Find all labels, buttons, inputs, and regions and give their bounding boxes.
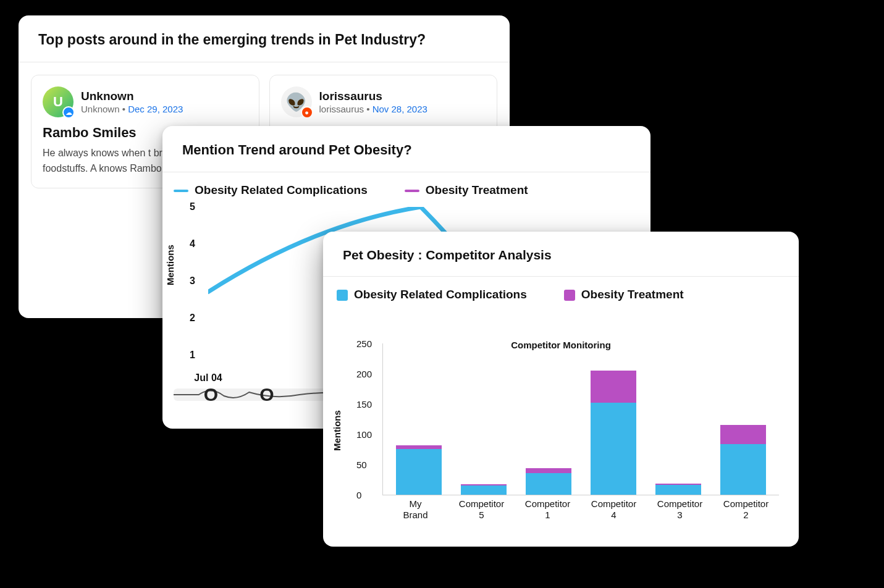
- y-tick: 250: [356, 338, 372, 349]
- brush-handle-right[interactable]: O: [259, 384, 274, 405]
- bar-segment-complications: [591, 403, 636, 495]
- post-author-name: Unknown: [81, 90, 183, 104]
- y-axis-title: Mentions: [332, 410, 342, 451]
- y-tick: 0: [356, 490, 361, 500]
- bar-column[interactable]: [387, 343, 452, 495]
- y-tick: 4: [190, 238, 195, 250]
- legend-swatch-icon: [174, 190, 188, 192]
- x-tick: MyBrand: [382, 498, 448, 522]
- post-author-handle: Unknown: [81, 104, 120, 114]
- y-tick: 100: [356, 429, 372, 440]
- y-tick: 50: [356, 460, 367, 470]
- legend-item[interactable]: Obesity Treatment: [564, 288, 684, 301]
- comp-bar-chart: Mentions 250200150100500 MyBrandCompetit…: [337, 340, 785, 525]
- bar-segment-complications: [720, 444, 766, 495]
- x-tick: Competitor1: [515, 498, 581, 522]
- trend-legend: Obesity Related Complications Obesity Tr…: [162, 172, 650, 200]
- legend-item[interactable]: Obesity Related Complications: [174, 183, 368, 197]
- y-axis-title: Mentions: [165, 245, 175, 285]
- post-author-handle: lorissaurus: [319, 104, 364, 114]
- y-tick: 5: [190, 201, 195, 212]
- avatar[interactable]: U ☁: [43, 86, 74, 117]
- bar-plot-area: [382, 343, 779, 495]
- post-date[interactable]: Nov 28, 2023: [373, 104, 427, 114]
- cloud-badge-icon: ☁: [62, 106, 75, 119]
- post-author-name: lorissaurus: [319, 90, 427, 104]
- legend-swatch-icon: [405, 190, 419, 192]
- post-date[interactable]: Dec 29, 2023: [128, 104, 183, 114]
- bar-segment-complications: [461, 485, 507, 495]
- x-tick: Competitor4: [581, 498, 647, 522]
- legend-item[interactable]: Obesity Related Complications: [337, 288, 527, 301]
- top-posts-title: Top posts around in the emerging trends …: [19, 15, 510, 62]
- legend-swatch-icon: [337, 290, 348, 301]
- mention-trend-title: Mention Trend around Pet Obesity?: [162, 126, 650, 172]
- x-tick: Competitor5: [448, 498, 515, 522]
- y-tick: 1: [190, 350, 195, 361]
- y-tick: 200: [356, 369, 372, 379]
- bar-column[interactable]: [516, 343, 581, 495]
- bar-segment-complications: [396, 449, 442, 495]
- comp-legend: Obesity Related Complications Obesity Tr…: [323, 277, 799, 305]
- bar-column[interactable]: [581, 343, 646, 495]
- y-tick: 150: [356, 399, 372, 410]
- y-tick: 2: [190, 313, 195, 324]
- brush-handle-left[interactable]: O: [204, 384, 218, 405]
- legend-swatch-icon: [564, 290, 575, 301]
- reddit-badge-icon: ●: [301, 106, 313, 119]
- bar-segment-complications: [655, 485, 701, 495]
- bar-segment-treatment: [591, 371, 636, 403]
- legend-item[interactable]: Obesity Treatment: [405, 183, 528, 197]
- bar-column[interactable]: [452, 343, 516, 495]
- bar-column[interactable]: [710, 343, 775, 495]
- x-tick: Competitor2: [713, 498, 779, 522]
- post-meta: Unknown • Dec 29, 2023: [81, 104, 183, 114]
- competitor-analysis-card: Pet Obesity : Competitor Analysis Obesit…: [323, 232, 799, 547]
- bar-segment-treatment: [526, 468, 571, 473]
- bar-segment-complications: [526, 473, 571, 495]
- y-tick: 3: [190, 275, 195, 287]
- bar-column[interactable]: [646, 343, 710, 495]
- x-tick: Competitor3: [647, 498, 713, 522]
- bar-segment-treatment: [720, 425, 766, 443]
- avatar[interactable]: 👽 ●: [281, 86, 312, 117]
- competitor-analysis-title: Pet Obesity : Competitor Analysis: [323, 232, 799, 277]
- post-meta: lorissaurus • Nov 28, 2023: [319, 104, 427, 114]
